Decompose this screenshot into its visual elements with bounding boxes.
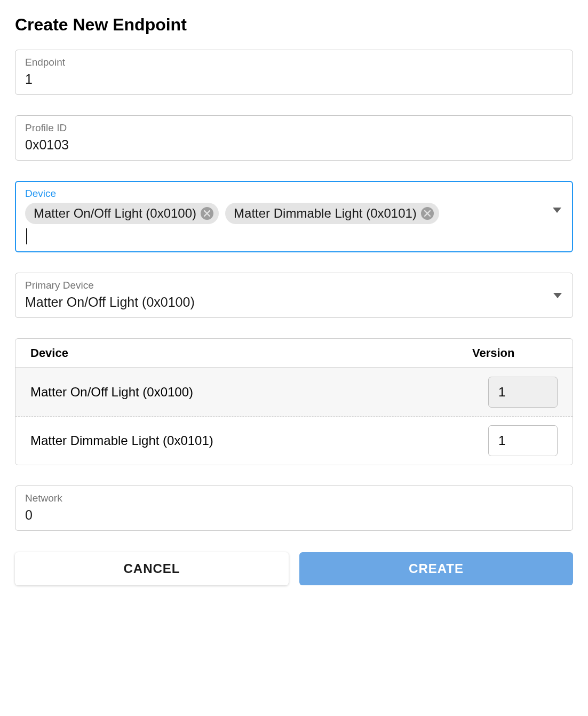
text-cursor <box>26 228 27 244</box>
col-header-version: Version <box>472 346 558 360</box>
device-version-table: Device Version Matter On/Off Light (0x01… <box>15 338 573 465</box>
chevron-down-icon[interactable] <box>553 205 561 215</box>
version-input[interactable] <box>488 377 558 408</box>
close-icon[interactable] <box>421 207 434 220</box>
device-chip-label: Matter On/Off Light (0x0100) <box>34 206 196 221</box>
cancel-button[interactable]: CANCEL <box>15 552 289 585</box>
network-input[interactable] <box>25 507 563 523</box>
endpoint-label: Endpoint <box>25 57 563 68</box>
dialog-title: Create New Endpoint <box>15 15 573 35</box>
row-device-label: Matter On/Off Light (0x0100) <box>30 385 193 400</box>
device-field[interactable]: Device Matter On/Off Light (0x0100) Matt… <box>15 181 573 252</box>
dialog-actions: CANCEL CREATE <box>15 552 573 585</box>
table-row: Matter On/Off Light (0x0100) <box>15 368 573 417</box>
network-label: Network <box>25 492 563 504</box>
device-chip: Matter Dimmable Light (0x0101) <box>225 203 439 224</box>
device-label: Device <box>25 188 563 200</box>
col-header-device: Device <box>30 346 68 360</box>
primary-device-label: Primary Device <box>25 280 563 291</box>
chevron-down-icon[interactable] <box>553 291 562 300</box>
primary-device-field[interactable]: Primary Device Matter On/Off Light (0x01… <box>15 273 573 318</box>
close-icon[interactable] <box>201 207 213 220</box>
network-field[interactable]: Network <box>15 486 573 531</box>
create-button[interactable]: CREATE <box>299 552 573 585</box>
profile-id-label: Profile ID <box>25 122 563 134</box>
endpoint-input[interactable] <box>25 71 563 87</box>
version-input[interactable] <box>488 425 558 456</box>
endpoint-field[interactable]: Endpoint <box>15 50 573 95</box>
device-chip: Matter On/Off Light (0x0100) <box>25 203 219 224</box>
table-header: Device Version <box>15 339 573 368</box>
profile-id-field[interactable]: Profile ID <box>15 115 573 161</box>
row-device-label: Matter Dimmable Light (0x0101) <box>30 433 213 448</box>
profile-id-input[interactable] <box>25 137 563 153</box>
primary-device-value: Matter On/Off Light (0x0100) <box>25 295 563 310</box>
table-row: Matter Dimmable Light (0x0101) <box>15 417 573 465</box>
device-chip-label: Matter Dimmable Light (0x0101) <box>234 206 417 221</box>
